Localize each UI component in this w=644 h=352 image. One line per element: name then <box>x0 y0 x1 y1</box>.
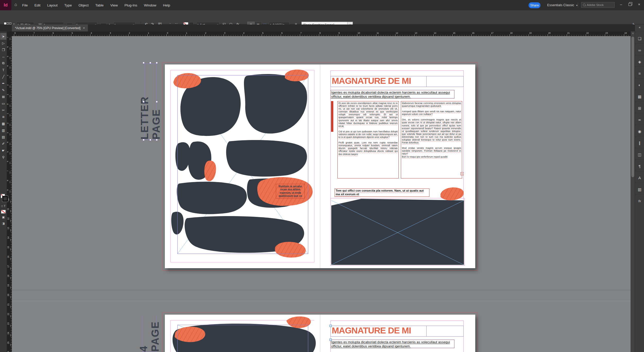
page-divider <box>320 315 320 352</box>
menu-type[interactable]: Type <box>64 3 72 7</box>
vertical-scrollbar[interactable]: ∧ <box>631 31 635 352</box>
selection-handle[interactable] <box>149 62 151 64</box>
subhead-frame[interactable]: Igentes es molupta dicaboriati dolecta e… <box>331 90 454 99</box>
layers-panel-icon[interactable]: ◈ <box>635 55 644 67</box>
subhead-frame-2[interactable]: Igentes es molupta dicaboriati dolecta e… <box>331 340 454 348</box>
menu-edit[interactable]: Edit <box>35 3 40 7</box>
zoom-tool[interactable]: ⚲ <box>0 154 6 160</box>
blob-caption-frame[interactable]: Runtium ra secatur recae nus alitem expe… <box>276 184 305 199</box>
tab-close-icon[interactable]: × <box>83 26 85 30</box>
adjustments-panel-icon[interactable]: ≍ <box>635 113 644 125</box>
menu-plug-ins[interactable]: Plug-Ins <box>124 3 137 7</box>
selection-handle[interactable] <box>143 101 145 103</box>
close-button[interactable]: × <box>635 0 643 9</box>
left-page-artwork[interactable] <box>165 64 320 268</box>
menu-layout[interactable]: Layout <box>47 3 58 7</box>
document-canvas[interactable]: Runtium ra secatur recae nus alitem expe… <box>12 36 631 352</box>
pencil-tool[interactable]: ✎ <box>0 87 6 93</box>
gradient-swatch-tool[interactable]: ▩ <box>0 120 6 127</box>
workspace-label: Essentials Classic <box>547 3 574 7</box>
text-wrap-panel-icon[interactable]: ◉ <box>635 125 644 136</box>
dark-blob-shapes[interactable] <box>171 74 307 253</box>
anchored-object-marker[interactable] <box>329 325 332 327</box>
pen-tool[interactable]: ✒ <box>0 80 6 87</box>
home-icon[interactable]: ⌂ <box>14 2 17 7</box>
menu-window[interactable]: Window <box>144 3 156 7</box>
minimize-button[interactable]: – <box>617 0 625 9</box>
scroll-up-icon[interactable]: ∧ <box>631 32 635 35</box>
overset-text-indicator[interactable]: + <box>461 172 464 175</box>
fill-stroke-swatches[interactable] <box>0 193 7 204</box>
menu-object[interactable]: Object <box>79 3 89 7</box>
menu-help[interactable]: Help <box>163 3 170 7</box>
left-page-artwork-2[interactable] <box>165 315 320 352</box>
align-panel-icon[interactable]: ∥ <box>635 136 644 148</box>
side-label-frame-2[interactable]: 4 PAGE <box>142 315 156 352</box>
effects-panel-icon[interactable]: fx <box>635 194 644 206</box>
preview-mode-button[interactable]: ◨ <box>0 222 7 225</box>
orange-blob-right-page[interactable] <box>438 184 466 204</box>
selection-handle[interactable] <box>149 139 151 141</box>
eyedropper-tool[interactable]: ✐ <box>0 140 6 147</box>
ruler-corner[interactable] <box>7 31 12 36</box>
body-column-2[interactable]: blaborerum facerae comnimp oriorestem ve… <box>401 101 462 178</box>
stroke-panel-icon[interactable]: ≡ <box>635 67 644 78</box>
menu-file[interactable]: File <box>22 3 28 7</box>
workspace-switcher[interactable]: Essentials Classic▾ <box>547 3 578 7</box>
frame-tool[interactable]: ⊠ <box>0 93 6 100</box>
gradient-panel-icon[interactable]: ▥ <box>635 183 644 194</box>
headline-frame[interactable]: MAGNATURE DE MI <box>331 76 464 87</box>
selection-handle[interactable] <box>156 101 158 103</box>
indesign-window: Id ⌂ FileEditLayoutTypeObjectTableViewPl… <box>0 0 644 352</box>
line-tool[interactable]: ╱ <box>0 73 6 80</box>
direct-selection-tool[interactable]: ▷ <box>0 40 6 46</box>
paragraph-panel-icon[interactable]: ¶ <box>635 159 644 171</box>
caption-frame[interactable]: Tem qui offici con consectia pla volorem… <box>335 189 429 197</box>
headline-text: MAGNATURE DE MI <box>332 325 411 335</box>
vertical-ruler[interactable]: 7654321012345678910111213141516171819202… <box>7 36 12 352</box>
scissors-tool[interactable]: ✂ <box>0 107 6 113</box>
expand-panels-icon[interactable]: « <box>635 26 644 29</box>
pathfinder-panel-icon[interactable]: ◫ <box>635 148 644 159</box>
pages-panel-icon[interactable]: ❏ <box>635 32 644 43</box>
headline-frame-2[interactable]: MAGNATURE DE MI <box>331 326 464 337</box>
selection-handle[interactable] <box>143 139 145 141</box>
paragraph-styles-panel-icon[interactable]: A <box>635 171 644 183</box>
formatting-affects-buttons[interactable]: □T <box>0 205 7 208</box>
rectangle-tool[interactable]: ▭ <box>0 100 6 107</box>
image-frame[interactable] <box>331 198 465 266</box>
selection-handle[interactable] <box>156 62 158 64</box>
gradient-feather-tool[interactable]: ▥ <box>0 127 6 134</box>
swatches-panel-icon[interactable]: ▦ <box>635 90 644 101</box>
body-column-1[interactable]: Et assi ide exces esendipistem alitat ma… <box>337 101 399 178</box>
color-panel-icon[interactable]: ◐ <box>635 78 644 90</box>
restore-button[interactable] <box>625 0 634 9</box>
selection-tool[interactable]: ➤ <box>0 33 6 40</box>
content-collector-tool[interactable]: ⧉ <box>0 60 6 67</box>
menu-view[interactable]: View <box>110 3 118 7</box>
stroke-swatch[interactable] <box>2 196 8 202</box>
formatting-text-icon[interactable]: T <box>4 205 5 208</box>
screen-mode-button[interactable]: ▣ <box>0 216 7 219</box>
page-tool[interactable]: ❐ <box>0 46 6 53</box>
type-tool[interactable]: T <box>0 67 6 73</box>
side-label-frame[interactable]: LETTER PAGE <box>145 64 156 140</box>
selection-handle[interactable] <box>156 139 158 141</box>
cc-libraries-panel-icon[interactable]: ⊞ <box>635 101 644 113</box>
horizontal-ruler[interactable]: 8765432101234567891011121314151617181920… <box>12 31 635 36</box>
formatting-container-icon[interactable]: □ <box>1 205 3 208</box>
scrollbar-thumb[interactable] <box>631 37 634 177</box>
links-panel-icon[interactable]: ∞ <box>635 43 644 55</box>
document-tab[interactable]: *Actual.indd @ 75% [GPU Preview] [Conver… <box>12 24 88 31</box>
share-button[interactable]: Share <box>529 2 540 8</box>
free-transform-tool[interactable]: ⧈ <box>0 113 6 120</box>
red-accent-bar[interactable] <box>331 101 333 132</box>
hand-tool[interactable]: ☛ <box>0 147 6 154</box>
adobe-stock-search[interactable]: Adobe Stock <box>581 2 615 8</box>
gap-tool[interactable]: ↔ <box>0 53 6 60</box>
note-tool[interactable]: ▤ <box>0 134 6 140</box>
anchored-object-marker[interactable] <box>329 339 332 341</box>
menu-table[interactable]: Table <box>95 3 104 7</box>
selection-handle[interactable] <box>143 62 145 64</box>
apply-none-swatch[interactable] <box>0 210 7 214</box>
